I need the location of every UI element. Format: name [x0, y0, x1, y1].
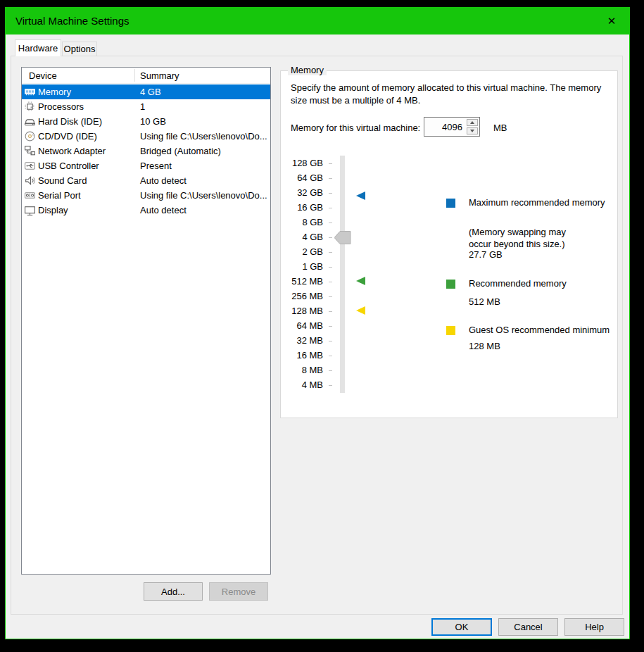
scale-tick [329, 356, 332, 356]
scale-label: 128 GB [282, 158, 323, 168]
tab-hardware[interactable]: Hardware [15, 39, 61, 56]
ok-button[interactable]: OK [431, 618, 492, 636]
scale-tick [329, 222, 332, 223]
help-button-label: Help [585, 622, 604, 632]
device-row-serial-port[interactable]: Serial Port Using file C:\Users\lenovo\D… [22, 188, 270, 203]
device-name: Serial Port [38, 190, 81, 201]
scale-tick [329, 237, 332, 238]
scale-label: 256 MB [282, 291, 323, 301]
scale-tick [329, 385, 332, 386]
hard-disk-icon [24, 115, 36, 127]
scale-label: 8 GB [282, 217, 323, 227]
arrow-down-icon [470, 130, 474, 132]
tab-options[interactable]: Options [62, 42, 97, 56]
scale-label: 16 MB [282, 350, 323, 361]
scale-tick [329, 163, 332, 164]
device-name: Sound Card [38, 175, 87, 186]
processors-icon [24, 101, 36, 113]
device-name: USB Controller [38, 161, 99, 171]
scale-label: 2 GB [282, 246, 323, 257]
scale-tick [329, 267, 332, 268]
memory-slider-handle[interactable] [334, 231, 351, 244]
scale-label: 512 MB [282, 276, 323, 287]
max-memory-label: Maximum recommended memory [469, 197, 605, 208]
scale-label: 4 GB [282, 232, 323, 242]
column-header-device[interactable]: Device [29, 70, 57, 81]
memory-slider-track[interactable] [340, 156, 345, 393]
recommended-memory-marker-icon [356, 277, 365, 285]
tab-hardware-label: Hardware [18, 43, 58, 54]
device-list[interactable]: Device Summary Memory 4 GB Processors 1 [21, 67, 271, 575]
minimum-memory-label: Guest OS recommended minimum [469, 325, 610, 335]
device-summary: Bridged (Automatic) [140, 146, 221, 156]
memory-field-label: Memory for this virtual machine: [291, 123, 420, 133]
device-row-hard-disk[interactable]: Hard Disk (IDE) 10 GB [22, 114, 270, 129]
close-button[interactable]: ✕ [598, 8, 625, 35]
scale-tick [329, 296, 332, 297]
scale-tick [329, 282, 332, 282]
sound-card-icon [24, 175, 36, 187]
cancel-button[interactable]: Cancel [498, 618, 558, 636]
scale-label: 4 MB [282, 380, 323, 390]
minimum-memory-value: 128 MB [469, 341, 500, 351]
close-icon: ✕ [607, 15, 617, 27]
device-summary: Using file C:\Users\lenovo\Do... [140, 131, 267, 142]
scale-label: 32 MB [282, 335, 323, 346]
usb-controller-icon [24, 160, 36, 172]
recommended-memory-value: 512 MB [469, 296, 500, 307]
device-row-memory[interactable]: Memory 4 GB [22, 84, 270, 99]
device-summary: Auto detect [140, 205, 187, 215]
device-row-processors[interactable]: Processors 1 [22, 99, 270, 114]
scale-label: 1 GB [282, 261, 323, 272]
column-header-summary[interactable]: Summary [140, 70, 179, 81]
groupbox-title: Memory [288, 65, 327, 75]
display-icon [24, 204, 36, 216]
device-row-sound-card[interactable]: Sound Card Auto detect [22, 173, 270, 188]
cd-dvd-icon [24, 130, 36, 142]
device-row-network-adapter[interactable]: Network Adapter Bridged (Automatic) [22, 144, 270, 158]
device-row-usb-controller[interactable]: USB Controller Present [22, 158, 270, 173]
spin-up-button[interactable] [467, 119, 478, 126]
network-adapter-icon [24, 145, 36, 157]
scale-label: 64 MB [282, 320, 323, 331]
device-name: Network Adapter [38, 146, 106, 156]
device-row-cd-dvd[interactable]: CD/DVD (IDE) Using file C:\Users\lenovo\… [22, 129, 270, 144]
scale-tick [329, 252, 332, 253]
scale-tick [329, 311, 332, 312]
recommended-memory-swatch [446, 280, 455, 289]
device-name: Hard Disk (IDE) [38, 116, 102, 127]
device-row-display[interactable]: Display Auto detect [22, 203, 270, 218]
arrow-up-icon [470, 121, 474, 124]
scale-label: 8 MB [282, 365, 323, 375]
remove-button-label: Remove [222, 587, 255, 597]
remove-button[interactable]: Remove [209, 582, 268, 601]
minimum-memory-marker-icon [356, 306, 365, 315]
max-memory-note: (Memory swapping may occur beyond this s… [469, 226, 590, 250]
device-summary: 1 [140, 101, 145, 112]
spin-down-button[interactable] [467, 127, 478, 134]
device-list-header[interactable]: Device Summary [22, 68, 270, 84]
scale-label: 128 MB [282, 306, 323, 316]
memory-icon [24, 86, 36, 98]
scale-label: 32 GB [282, 187, 323, 198]
scale-tick [329, 193, 332, 194]
column-divider [134, 69, 135, 82]
scale-tick [329, 370, 332, 371]
scale-tick [329, 178, 332, 179]
add-button-label: Add... [161, 587, 185, 597]
help-button[interactable]: Help [564, 618, 624, 636]
max-memory-value: 27.7 GB [469, 249, 503, 260]
device-summary: Using file C:\Users\lenovo\Do... [140, 190, 267, 201]
scale-tick [329, 326, 332, 327]
max-memory-swatch [446, 199, 455, 208]
device-name: Processors [38, 101, 84, 112]
scale-tick [329, 208, 332, 208]
memory-description: Specify the amount of memory allocated t… [291, 82, 616, 107]
memory-spinbox [424, 117, 480, 137]
add-button[interactable]: Add... [144, 582, 203, 601]
desktop-background: Virtual Machine Settings ✕ Hardware Opti… [0, 0, 644, 652]
spin-buttons [467, 119, 478, 134]
titlebar[interactable]: Virtual Machine Settings ✕ [6, 8, 629, 35]
device-summary: 10 GB [140, 116, 166, 127]
device-name: Memory [38, 87, 71, 97]
